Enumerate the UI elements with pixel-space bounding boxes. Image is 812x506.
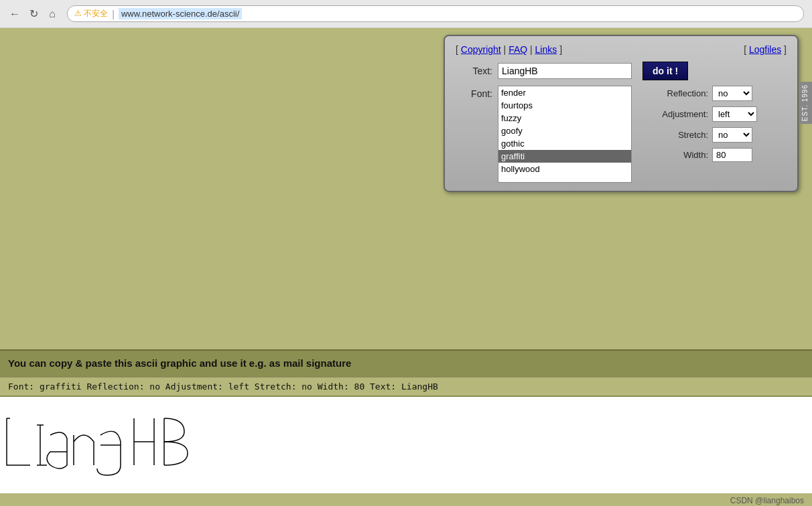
nav-left: [ Copyright | FAQ | Links ] xyxy=(456,44,562,55)
address-url: www.network-science.de/ascii/ xyxy=(119,8,242,19)
info-bar-text: You can copy & paste this ascii graphic … xyxy=(8,357,351,369)
nav-right: [ Logfiles ] xyxy=(744,44,787,55)
footer-credit: CSDN @lianghaibos xyxy=(730,496,804,505)
reflection-row: Reflection: no yes xyxy=(648,86,757,101)
sep1: | xyxy=(504,44,506,55)
address-divider: | xyxy=(112,9,115,19)
bracket-close-right: ] xyxy=(784,44,787,55)
control-panel: [ Copyright | FAQ | Links ] [ Logfiles xyxy=(444,35,799,192)
stretch-select[interactable]: no yes xyxy=(712,127,752,143)
refresh-button[interactable]: ↻ xyxy=(27,7,40,21)
home-button[interactable]: ⌂ xyxy=(46,7,59,21)
right-controls: Reflection: no yes Adjustment: left cent… xyxy=(648,86,757,162)
font-option-goofy[interactable]: goofy xyxy=(498,124,631,137)
links-link[interactable]: Links xyxy=(535,44,557,55)
reflection-select[interactable]: no yes xyxy=(712,86,752,101)
font-option-gothic[interactable]: gothic xyxy=(498,137,631,150)
security-warning: ⚠ 不安全 xyxy=(74,8,108,19)
font-option-fourtops[interactable]: fourtops xyxy=(498,99,631,112)
text-label: Text: xyxy=(456,66,492,76)
logfiles-link[interactable]: Logfiles xyxy=(749,44,781,55)
adjustment-label: Adjustment: xyxy=(648,109,708,119)
adjustment-row: Adjustment: left center right xyxy=(648,106,757,122)
info-bar: You can copy & paste this ascii graphic … xyxy=(0,349,812,376)
do-it-button[interactable]: do it ! xyxy=(642,62,688,80)
address-bar[interactable]: ⚠ 不安全 | www.network-science.de/ascii/ xyxy=(67,5,804,22)
est-sidebar: EST. 1996 xyxy=(800,82,812,124)
sep2: | xyxy=(530,44,533,55)
bracket-open-right: [ xyxy=(744,44,746,55)
params-bar: Font: graffiti Reflection: no Adjustment… xyxy=(0,376,812,397)
copyright-link[interactable]: Copyright xyxy=(461,44,501,55)
text-row: Text: do it ! xyxy=(456,62,787,80)
font-row: Font: fender fourtops fuzzy goofy gothic… xyxy=(456,86,787,183)
ascii-art-display[interactable] xyxy=(0,397,812,493)
stretch-row: Stretch: no yes xyxy=(648,127,757,143)
font-option-hollywood[interactable]: hollywood xyxy=(498,163,631,175)
width-label: Width: xyxy=(648,150,708,160)
font-label: Font: xyxy=(456,86,492,99)
faq-link[interactable]: FAQ xyxy=(509,44,527,55)
font-option-fuzzy[interactable]: fuzzy xyxy=(498,112,631,124)
page-content: ASCII Generator [ Copyright | FAQ | Link… xyxy=(0,28,812,349)
font-listbox[interactable]: fender fourtops fuzzy goofy gothic graff… xyxy=(498,86,632,183)
reflection-label: Reflection: xyxy=(648,88,708,98)
font-option-graffiti[interactable]: graffiti xyxy=(498,150,631,163)
browser-chrome: ← ↻ ⌂ ⚠ 不安全 | www.network-science.de/asc… xyxy=(0,0,812,28)
text-input[interactable] xyxy=(498,63,632,79)
width-row: Width: xyxy=(648,148,757,162)
stretch-label: Stretch: xyxy=(648,130,708,140)
footer-bar: CSDN @lianghaibos xyxy=(0,493,812,506)
font-select-container: fender fourtops fuzzy goofy gothic graff… xyxy=(498,86,632,183)
browser-nav-buttons: ← ↻ ⌂ xyxy=(8,7,59,21)
bracket-close-left: ] xyxy=(559,44,562,55)
width-input[interactable] xyxy=(712,148,752,162)
adjustment-select[interactable]: left center right xyxy=(712,106,757,122)
params-text: Font: graffiti Reflection: no Adjustment… xyxy=(8,382,438,392)
panel-links: [ Copyright | FAQ | Links ] [ Logfiles xyxy=(456,44,787,55)
back-button[interactable]: ← xyxy=(8,7,21,21)
font-option-fender[interactable]: fender xyxy=(498,86,631,99)
bracket-open-left: [ xyxy=(456,44,458,55)
